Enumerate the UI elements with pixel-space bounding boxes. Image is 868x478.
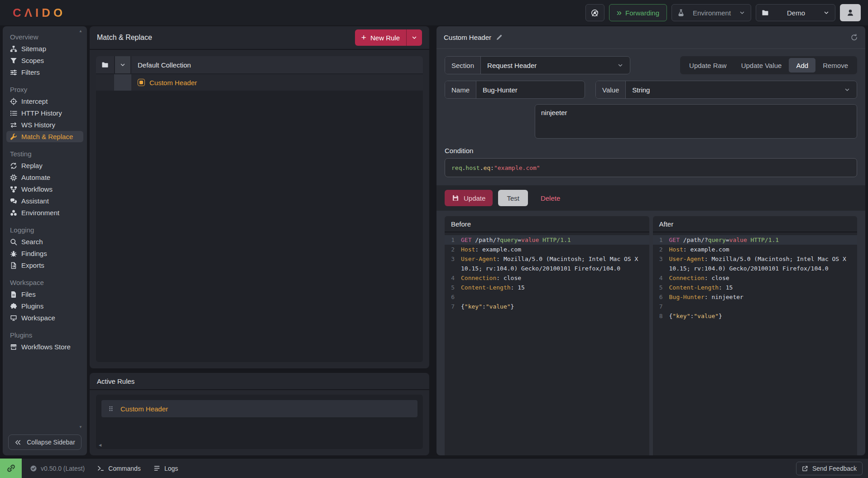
edit-name-icon[interactable] <box>496 34 503 41</box>
name-input[interactable]: Bug-Hunter <box>476 81 585 98</box>
rules-column: Match & Replace + New Rule <box>90 26 429 455</box>
project-dropdown-label: Demo <box>773 9 819 17</box>
value-textarea[interactable]: ninjeeter <box>535 104 857 139</box>
send-feedback-button[interactable]: Send Feedback <box>796 462 863 475</box>
operation-update-value[interactable]: Update Value <box>734 58 789 72</box>
condition-input[interactable]: req.host.eq:"example.com" <box>445 158 857 177</box>
forwarding-button[interactable]: » Forwarding <box>609 4 667 21</box>
sidebar-item-filters[interactable]: Filters <box>6 67 83 78</box>
active-rules-scroll-left-icon[interactable]: ◀ <box>99 443 101 447</box>
tree-rule-custom-header[interactable]: Custom Header <box>96 74 423 91</box>
fast-forward-icon: » <box>617 8 622 17</box>
line-number: 4 <box>653 273 669 283</box>
collection-expand-toggle[interactable] <box>114 56 131 73</box>
code-line: 3User-Agent: Mozilla/5.0 (Macintosh; Int… <box>445 254 649 273</box>
send-feedback-label: Send Feedback <box>812 465 857 472</box>
line-number: 8 <box>653 311 669 321</box>
sidebar-item-workflows-store[interactable]: Workflows Store <box>6 341 83 352</box>
sidebar-item-files[interactable]: Files <box>6 289 83 300</box>
commands-button[interactable]: Commands <box>97 465 141 472</box>
condition-token: : <box>490 164 494 171</box>
reset-icon[interactable] <box>850 34 858 41</box>
topbar-actions: » Forwarding Environment Demo <box>585 4 861 21</box>
sidebar-item-assistant[interactable]: Assistant <box>6 195 83 207</box>
value-label: Value <box>596 81 626 98</box>
line-number: 3 <box>445 254 461 273</box>
intercept-icon <box>10 98 17 105</box>
section-select[interactable]: Request Header <box>481 57 630 74</box>
sidebar-scroll-up-icon[interactable]: ▲ <box>79 29 82 33</box>
sidebar-section-title-testing: Testing <box>6 148 83 159</box>
user-avatar-button[interactable] <box>840 4 861 21</box>
sidebar-item-match-replace[interactable]: Match & Replace <box>6 131 83 142</box>
sidebar-item-replay[interactable]: Replay <box>6 160 83 171</box>
delete-label: Delete <box>541 194 560 202</box>
line-content: {"key":"value"} <box>669 311 858 321</box>
connection-link-button[interactable] <box>0 459 22 478</box>
sidebar-item-label: Scopes <box>21 57 44 64</box>
line-number: 2 <box>653 245 669 254</box>
active-rule-custom-header[interactable]: Custom Header <box>101 400 417 417</box>
sidebar-item-findings[interactable]: Findings <box>6 248 83 259</box>
sidebar-item-intercept[interactable]: Intercept <box>6 96 83 107</box>
update-button[interactable]: Update <box>445 190 493 206</box>
sidebar-section-title-workspace: Workspace <box>6 276 83 288</box>
operation-add[interactable]: Add <box>789 58 815 72</box>
project-dropdown[interactable]: Demo <box>756 4 835 21</box>
sidebar-item-workflows[interactable]: Workflows <box>6 183 83 195</box>
logs-label: Logs <box>164 465 178 472</box>
sidebar-item-workspace[interactable]: Workspace <box>6 312 83 323</box>
line-content: Content-Length: 15 <box>669 283 858 292</box>
active-rules-title: Active Rules <box>97 377 134 385</box>
sidebar-item-label: Files <box>21 290 36 298</box>
sidebar-item-automate[interactable]: Automate <box>6 172 83 183</box>
after-code[interactable]: 1GET /path/?query=value HTTP/1.12Host: e… <box>653 232 858 455</box>
condition-label: Condition <box>445 147 857 155</box>
sidebar-item-label: Workspace <box>21 314 55 322</box>
operation-remove[interactable]: Remove <box>815 58 855 72</box>
sidebar-scroll-down-icon[interactable]: ▼ <box>79 425 82 429</box>
condition-token: host <box>465 164 480 171</box>
wrench-icon <box>10 133 17 140</box>
chevron-down-icon <box>617 62 623 68</box>
top-bar: CΛIDO » Forwarding Environment Demo <box>0 0 868 25</box>
line-number: 1 <box>445 235 461 245</box>
section-field: Section Request Header <box>445 56 630 74</box>
sidebar-item-ws-history[interactable]: WS History <box>6 119 83 130</box>
drag-handle-icon[interactable] <box>108 406 114 412</box>
value-text: ninjeeter <box>541 109 567 116</box>
store-icon <box>10 343 17 351</box>
value-type-select[interactable]: String <box>626 81 857 98</box>
sidebar-item-label: Findings <box>21 250 47 257</box>
sidebar-item-sitemap[interactable]: Sitemap <box>6 43 83 54</box>
line-content <box>461 292 649 302</box>
before-code[interactable]: 1GET /path/?query=value HTTP/1.12Host: e… <box>445 232 649 455</box>
collection-row[interactable]: Default Collection <box>96 56 423 73</box>
condition-token: . <box>462 164 465 171</box>
line-number: 6 <box>653 292 669 302</box>
person-icon <box>846 9 854 17</box>
sidebar-item-environment[interactable]: Environment <box>6 207 83 218</box>
collapse-sidebar-button[interactable]: Collapse Sidebar <box>8 435 82 450</box>
collapse-sidebar-label: Collapse Sidebar <box>27 439 75 446</box>
new-rule-menu-button[interactable] <box>406 29 422 46</box>
logs-button[interactable]: Logs <box>153 465 178 472</box>
sidebar-item-exports[interactable]: Exports <box>6 260 83 271</box>
rule-enabled-checkbox[interactable] <box>138 79 145 86</box>
name-value: Bug-Hunter <box>483 86 518 94</box>
sidebar-item-label: Assistant <box>21 197 49 205</box>
sidebar-item-search[interactable]: Search <box>6 236 83 247</box>
new-rule-button[interactable]: + New Rule <box>355 29 406 46</box>
sidebar-item-scopes[interactable]: Scopes <box>6 55 83 66</box>
sidebar-nav: OverviewSitemapScopesFiltersProxyInterce… <box>6 31 83 435</box>
test-button[interactable]: Test <box>498 190 528 206</box>
sidebar-item-plugins[interactable]: Plugins <box>6 300 83 312</box>
status-bar: v0.50.0 (Latest) Commands Logs Send Feed… <box>0 458 868 478</box>
caido-logo: CΛIDO <box>13 6 66 20</box>
page-title: Match & Replace <box>97 34 152 42</box>
browser-button[interactable] <box>585 4 604 21</box>
sidebar-item-http-history[interactable]: HTTP History <box>6 107 83 119</box>
delete-button[interactable]: Delete <box>541 194 560 202</box>
environment-dropdown[interactable]: Environment <box>671 4 751 21</box>
operation-update-raw[interactable]: Update Raw <box>682 58 734 72</box>
